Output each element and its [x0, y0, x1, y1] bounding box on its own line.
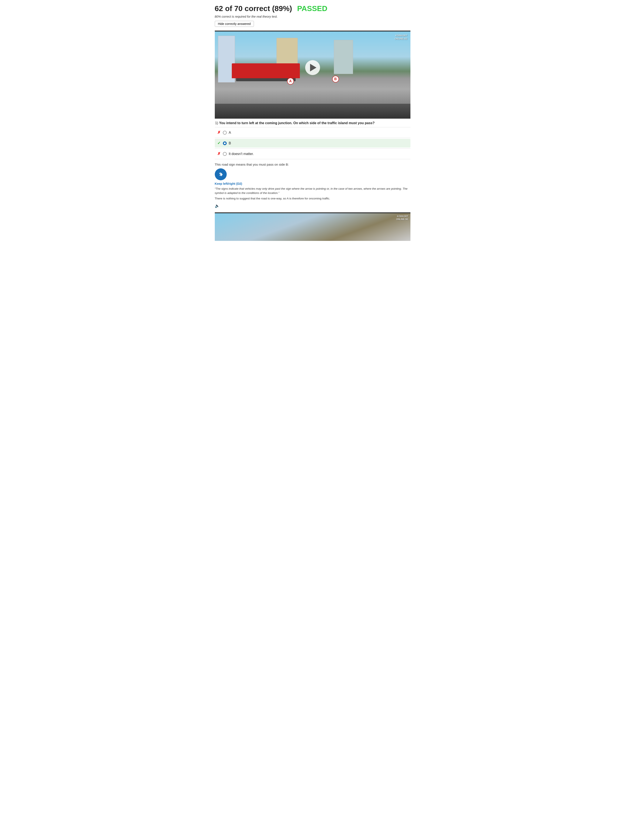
passed-badge: PASSED [297, 4, 327, 13]
keep-left-right-sign-icon [215, 168, 227, 180]
answer-b-label: B [229, 141, 231, 145]
marker-b: B [332, 76, 339, 82]
answer-b-mark: ✓ [217, 141, 221, 146]
answer-c-radio [223, 152, 227, 156]
subtitle-text: 80% correct is required for the real the… [215, 15, 410, 18]
score-text: 62 of 70 correct (89%) [215, 4, 292, 13]
video-frame: A B KÖRKORTONLINE.SE [215, 31, 410, 104]
answer-b-radio [223, 141, 227, 145]
question-1-text: 1) You intend to turn left at the coming… [215, 121, 410, 125]
next-question-watermark: KÖRKORTONLINE.SE [396, 215, 408, 220]
marker-a: A [287, 78, 294, 85]
dashboard-strip [215, 104, 410, 119]
next-question-preview: KÖRKORTONLINE.SE [215, 213, 410, 241]
sign-quote: “The signs indicate that vehicles may on… [215, 187, 410, 195]
answer-divider-top [215, 127, 410, 127]
question-1-video[interactable]: A B KÖRKORTONLINE.SE [215, 31, 410, 119]
play-button[interactable] [305, 60, 320, 75]
explanation-block: This road sign means that you must pass … [215, 163, 410, 208]
bus [232, 64, 300, 78]
watermark: KÖRKORTONLINE.SE [395, 34, 407, 40]
answer-a-mark: ✗ [217, 130, 221, 135]
explanation-note: There is nothing to suggest that the roa… [215, 197, 410, 200]
answer-divider-bc [215, 148, 410, 149]
answer-option-b[interactable]: ✓ B [215, 139, 410, 148]
answer-a-radio [223, 131, 227, 135]
building-right [334, 40, 353, 74]
hide-correctly-answered-button[interactable]: Hide correctly answered [215, 21, 254, 27]
answer-option-c[interactable]: ✗ It doesn't matter. [215, 149, 410, 158]
explanation-intro: This road sign means that you must pass … [215, 163, 410, 166]
play-triangle-icon [310, 64, 316, 71]
result-header: 62 of 70 correct (89%) PASSED [215, 4, 410, 13]
question-1-block: A B KÖRKORTONLINE.SE 1) You intend to tu… [215, 31, 410, 208]
sign-link[interactable]: Keep left/right (D2) [215, 182, 410, 185]
answer-divider-bottom [215, 159, 410, 159]
speaker-button[interactable]: 🔈 [215, 203, 220, 208]
answer-option-a[interactable]: ✗ A [215, 128, 410, 137]
answer-a-label: A [229, 131, 231, 135]
answer-c-label: It doesn't matter. [229, 152, 254, 156]
answer-c-mark: ✗ [217, 152, 221, 156]
sign-arrow-svg [217, 171, 224, 178]
answer-divider-ab [215, 138, 410, 138]
